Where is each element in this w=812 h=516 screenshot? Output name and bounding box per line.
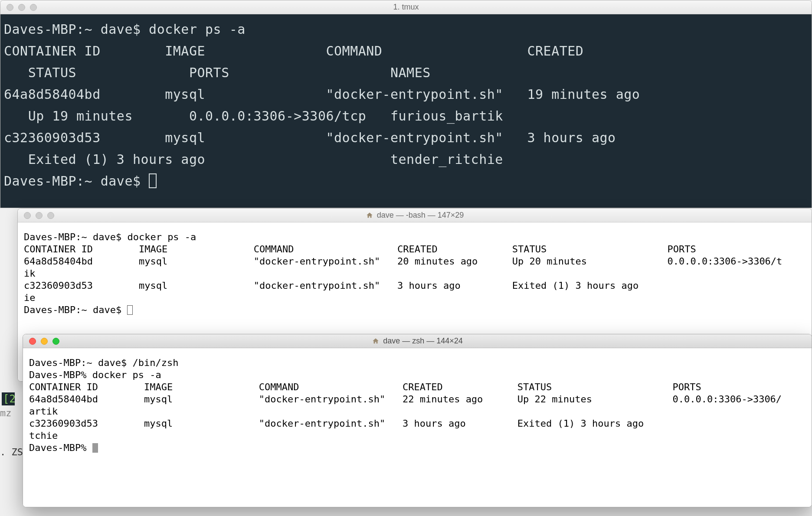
terminal-window-zsh[interactable]: dave — zsh — 144×24 Daves-MBP:~ dave$ /b… [23,334,812,507]
terminal-line: 64a8d58404bd mysql "docker-entrypoint.sh… [24,256,782,267]
traffic-lights[interactable] [29,338,59,345]
terminal-content[interactable]: Daves-MBP:~ dave$ docker ps -a CONTAINER… [0,14,812,208]
terminal-line: 64a8d58404bd mysql "docker-entrypoint.sh… [29,394,782,405]
traffic-lights[interactable] [7,4,37,11]
terminal-line: artik [29,406,58,417]
terminal-line: Daves-MBP% docker ps -a [29,369,161,380]
cursor-icon [92,443,98,453]
terminal-line: Daves-MBP:~ dave$ [24,304,127,315]
terminal-content[interactable]: Daves-MBP:~ dave$ /bin/zsh Daves-MBP% do… [23,348,812,507]
terminal-line: ik [24,268,36,279]
background-fragment: [2 [2,392,15,405]
terminal-window-tmux[interactable]: 1. tmux Daves-MBP:~ dave$ docker ps -a C… [0,0,812,208]
minimize-icon[interactable] [36,212,43,219]
minimize-icon[interactable] [18,4,25,11]
terminal-line: c32360903d53 mysql "docker-entrypoint.sh… [4,130,616,145]
background-fragment: . ZS [0,447,23,457]
terminal-line: CONTAINER ID IMAGE COMMAND CREATED [4,43,583,59]
terminal-line: Daves-MBP% [29,442,92,453]
terminal-line: tchie [29,430,58,441]
titlebar[interactable]: dave — zsh — 144×24 [23,334,812,348]
window-title: 1. tmux [0,3,812,12]
terminal-line: Exited (1) 3 hours ago tender_ritchie [4,152,503,167]
terminal-line: STATUS PORTS NAMES [4,65,431,80]
terminal-line: Daves-MBP:~ dave$ docker ps -a [24,232,196,242]
terminal-line: 64a8d58404bd mysql "docker-entrypoint.sh… [4,87,640,102]
terminal-line: CONTAINER ID IMAGE COMMAND CREATED STATU… [24,244,696,255]
close-icon[interactable] [29,338,36,345]
terminal-line: Daves-MBP:~ dave$ [4,173,149,189]
titlebar[interactable]: 1. tmux [0,0,812,14]
traffic-lights[interactable] [24,212,54,219]
zoom-icon[interactable] [52,338,59,345]
terminal-line: Daves-MBP:~ dave$ /bin/zsh [29,357,178,368]
home-icon [372,337,380,345]
terminal-line: ie [24,292,36,303]
cursor-icon [127,305,133,315]
cursor-icon [149,173,157,188]
close-icon[interactable] [24,212,31,219]
window-title: dave — -bash — 147×29 [18,211,812,220]
zoom-icon[interactable] [47,212,54,219]
window-title: dave — zsh — 144×24 [23,336,812,346]
terminal-line: c32360903d53 mysql "docker-entrypoint.sh… [29,418,644,429]
home-icon [366,212,373,219]
minimize-icon[interactable] [41,338,48,345]
zoom-icon[interactable] [30,4,37,11]
terminal-line: CONTAINER ID IMAGE COMMAND CREATED STATU… [29,382,701,392]
close-icon[interactable] [7,4,13,11]
background-fragment: mz [0,408,12,418]
terminal-line: Up 19 minutes 0.0.0.0:3306->3306/tcp fur… [4,108,503,124]
titlebar[interactable]: dave — -bash — 147×29 [18,209,812,222]
terminal-line: Daves-MBP:~ dave$ docker ps -a [4,22,246,37]
terminal-line: c32360903d53 mysql "docker-entrypoint.sh… [24,280,638,291]
